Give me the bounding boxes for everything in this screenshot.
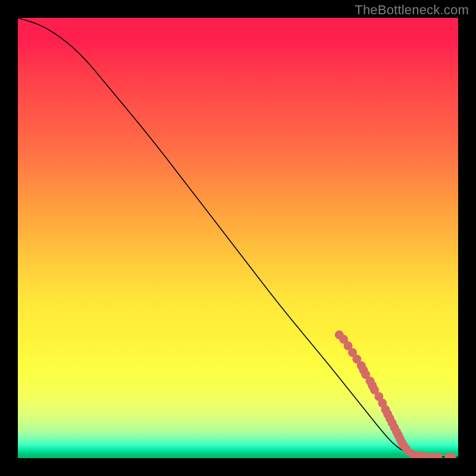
- marker-dot: [434, 453, 442, 458]
- chart-frame: TheBottleneck.com: [0, 0, 476, 476]
- chart-svg: [18, 18, 458, 458]
- watermark-text: TheBottleneck.com: [355, 2, 469, 18]
- bottleneck-curve: [18, 18, 458, 458]
- plot-area: [18, 18, 458, 458]
- marker-dot: [428, 452, 436, 458]
